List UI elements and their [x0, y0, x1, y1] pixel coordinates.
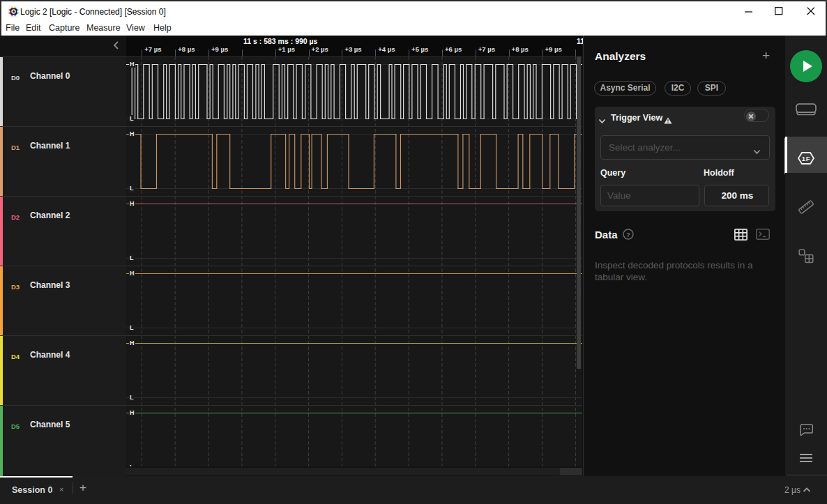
svg-text:?: ?	[626, 231, 630, 238]
svg-text:1F: 1F	[802, 155, 811, 162]
